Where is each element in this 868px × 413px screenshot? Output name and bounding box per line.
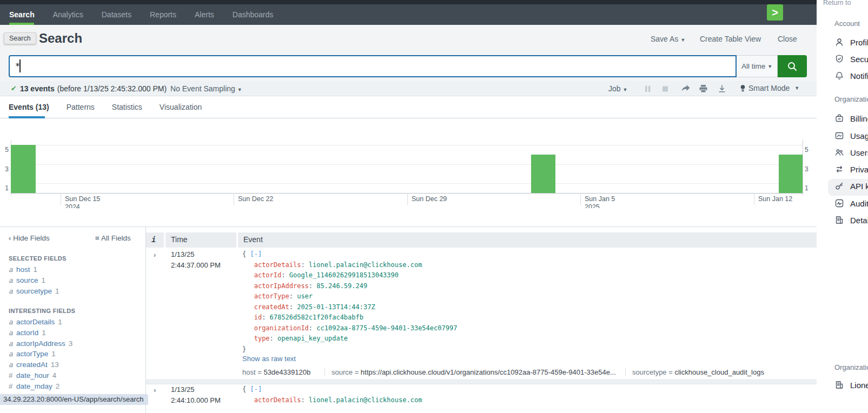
search-tooltip: Search xyxy=(4,32,36,44)
stop-icon[interactable] xyxy=(662,85,668,95)
json-field: organizationId: cc1092aa-8775-459e-9401-… xyxy=(242,324,457,332)
field-host[interactable]: ahost1 xyxy=(9,265,37,274)
smart-mode-dropdown[interactable]: Smart Mode▼ xyxy=(740,84,799,92)
json-field: type: openapi_key_update xyxy=(242,335,348,342)
event-sampling-dropdown[interactable]: No Event Sampling▼ xyxy=(170,84,242,93)
field-createdAt[interactable]: acreatedAt13 xyxy=(9,361,59,369)
json-field: id: 678526d582c1f20fac4babfb xyxy=(242,314,363,321)
tab-statistics[interactable]: Statistics xyxy=(112,103,142,118)
field-actorIpAddress[interactable]: aactorIpAddress3 xyxy=(9,339,72,348)
save-as-button[interactable]: Save As▼ xyxy=(651,35,685,43)
print-icon[interactable] xyxy=(699,85,707,95)
timeline-toolbar: Format Timeline▼ −Zoom Out +Zoom to Sele… xyxy=(0,118,817,138)
events-table: i Time Event › 1/13/25 2:44:37.000 PM { … xyxy=(146,227,817,413)
x-axis-tick-label: Sun Dec 22 xyxy=(238,195,273,203)
field-actorType[interactable]: aactorType1 xyxy=(9,350,56,358)
nav-item-alerts[interactable]: Alerts xyxy=(185,4,223,25)
field-date_mday[interactable]: #date_mday2 xyxy=(9,382,59,390)
event-count: 13 events xyxy=(20,84,55,93)
panel-item-users[interactable]: Users xyxy=(834,148,868,157)
job-menu[interactable]: Job▼ xyxy=(608,84,628,93)
y-axis-tick-label: 3 xyxy=(0,165,9,173)
field-date_hour[interactable]: #date_hour4 xyxy=(9,371,56,379)
field-actorId[interactable]: aactorId1 xyxy=(9,329,46,337)
nav-item-datasets[interactable]: Datasets xyxy=(92,4,141,25)
column-header-info[interactable]: i xyxy=(146,232,164,248)
text-cursor xyxy=(19,59,21,72)
event-source-field[interactable]: source = https://api.clickhouse.cloud/v1… xyxy=(324,368,616,376)
organizations-section-header: Organizations xyxy=(834,363,868,371)
return-to-link[interactable]: Return to xyxy=(823,0,851,6)
splunk-logo-icon[interactable]: > xyxy=(767,4,783,21)
nav-item-reports[interactable]: Reports xyxy=(141,4,185,25)
check-icon: ✔ xyxy=(11,84,17,92)
y-axis-tick-label: 1 xyxy=(0,184,9,192)
hide-fields-button[interactable]: ‹ Hide Fields xyxy=(9,234,50,242)
panel-item-audit[interactable]: Audit xyxy=(834,198,868,208)
field-sourcetype[interactable]: asourcetype1 xyxy=(9,287,59,295)
pause-icon[interactable] xyxy=(645,85,651,95)
chevron-down-icon: ▼ xyxy=(767,64,772,69)
top-strip xyxy=(0,0,817,4)
show-raw-text-link[interactable]: Show as raw text xyxy=(242,355,296,363)
json-field: actorDetails: lionel.palacin@clickhouse.… xyxy=(242,261,422,269)
timeline-bar[interactable] xyxy=(531,155,555,193)
panel-item-details[interactable]: Details xyxy=(834,215,868,225)
panel-item-organization-lionel[interactable]: Lionel xyxy=(834,380,868,390)
panel-item-api-keys[interactable]: API keys xyxy=(834,181,868,191)
swap-arrows-icon xyxy=(834,164,844,174)
event-sourcetype-field[interactable]: sourcetype = clickhouse_cloud_audit_logs xyxy=(625,368,764,376)
tab-patterns[interactable]: Patterns xyxy=(67,103,95,118)
expand-event-icon[interactable]: › xyxy=(154,251,156,259)
close-button[interactable]: Close xyxy=(778,35,797,43)
job-status-bar: ✔ 13 events (before 1/13/25 2:45:32.000 … xyxy=(0,81,817,96)
json-field: actorIpAddress: 85.246.59.249 xyxy=(242,282,367,290)
json-collapse-toggle[interactable]: [-] xyxy=(250,385,262,393)
y-axis-tick-label: 1 xyxy=(805,184,809,192)
timeline-bar[interactable] xyxy=(11,145,36,193)
app-nav: Search Analytics Datasets Reports Alerts… xyxy=(0,4,817,25)
usage-chart-icon xyxy=(834,131,844,141)
json-field: actorDetails: lionel.palacin@clickhouse.… xyxy=(242,396,422,404)
panel-item-security[interactable]: Security xyxy=(834,54,868,64)
panel-item-billing[interactable]: Billing xyxy=(834,114,868,123)
panel-item-private-endpoints[interactable]: Private endpoints xyxy=(834,164,868,174)
json-collapse-toggle[interactable]: [-] xyxy=(250,250,262,258)
panel-item-profile[interactable]: Profile xyxy=(834,37,868,47)
x-axis-tick xyxy=(234,193,234,205)
export-icon[interactable] xyxy=(718,85,726,95)
tab-visualization[interactable]: Visualization xyxy=(160,103,202,118)
row-separator xyxy=(146,379,817,384)
gridline xyxy=(11,164,803,165)
nav-item-search[interactable]: Search xyxy=(0,4,44,25)
all-fields-button[interactable]: ≡ All Fields xyxy=(95,234,131,242)
results-controls: List▼ ✎Format 20 Per Page▼ xyxy=(0,208,817,227)
create-table-view-button[interactable]: Create Table View xyxy=(700,35,761,43)
key-icon xyxy=(834,181,844,191)
results-tabs: Events (13) Patterns Statistics Visualiz… xyxy=(0,96,817,118)
json-field: actorId: Google_114602629918513043390 xyxy=(242,271,399,279)
nav-item-analytics[interactable]: Analytics xyxy=(44,4,92,25)
selected-fields-header: SELECTED FIELDS xyxy=(9,255,67,262)
expand-event-icon[interactable]: › xyxy=(154,386,156,394)
cloud-account-panel: Return to Account Profile Security Notif… xyxy=(817,0,868,413)
share-icon[interactable] xyxy=(681,85,690,95)
panel-item-usage[interactable]: Usage xyxy=(834,131,868,141)
column-header-event[interactable]: Event xyxy=(238,232,817,248)
json-field: actorType: user xyxy=(242,292,313,300)
tab-events[interactable]: Events (13) xyxy=(9,103,49,118)
nav-item-dashboards[interactable]: Dashboards xyxy=(223,4,283,25)
search-input[interactable] xyxy=(9,55,737,77)
search-button[interactable] xyxy=(778,55,807,77)
billing-icon xyxy=(834,114,844,123)
timeline-bar[interactable] xyxy=(779,155,803,193)
panel-item-notifications[interactable]: Notifications xyxy=(834,71,868,81)
field-actorDetails[interactable]: aactorDetails1 xyxy=(9,318,62,326)
time-range-picker[interactable]: All time▼ xyxy=(737,55,778,77)
event-host-field[interactable]: host = 53de4339120b xyxy=(242,368,310,376)
users-icon xyxy=(834,148,844,157)
column-header-time[interactable]: Time xyxy=(165,232,236,248)
event-timeline-chart[interactable]: 553311Sun Dec 152024Sun Dec 22Sun Dec 29… xyxy=(0,138,817,208)
field-source[interactable]: asource1 xyxy=(9,276,45,284)
x-axis-tick xyxy=(61,193,61,205)
